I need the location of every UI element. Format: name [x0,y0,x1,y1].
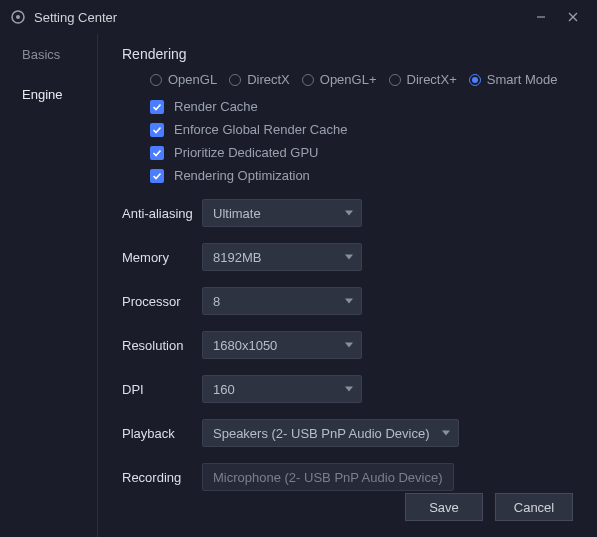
checkbox-rendering-opt[interactable] [150,169,164,183]
readonly-recording: Microphone (2- USB PnP Audio Device) [202,463,454,491]
renderer-radio-group: OpenGL DirectX OpenGL+ DirectX+ Smart Mo… [150,72,573,87]
select-playback[interactable]: Speakers (2- USB PnP Audio Device) [202,419,459,447]
radio-icon [150,74,162,86]
radio-icon [469,74,481,86]
checkbox-label: Render Cache [174,99,258,114]
save-button[interactable]: Save [405,493,483,521]
chevron-down-icon [345,343,353,348]
sidebar-item-engine[interactable]: Engine [0,74,97,114]
checkbox-label: Rendering Optimization [174,168,310,183]
chevron-down-icon [345,387,353,392]
radio-opengl[interactable]: OpenGL [150,72,217,87]
label-dpi: DPI [122,382,202,397]
select-dpi[interactable]: 160 [202,375,362,403]
select-value: 8 [213,294,220,309]
label-processor: Processor [122,294,202,309]
radio-directx[interactable]: DirectX [229,72,290,87]
radio-icon [302,74,314,86]
check-icon [152,102,162,112]
label-recording: Recording [122,470,202,485]
content-panel: Rendering OpenGL DirectX OpenGL+ DirectX… [98,34,597,537]
sidebar-item-basics[interactable]: Basics [0,34,97,74]
chevron-down-icon [345,255,353,260]
svg-point-1 [16,15,20,19]
close-button[interactable] [559,5,587,29]
radio-icon [389,74,401,86]
chevron-down-icon [345,299,353,304]
select-resolution[interactable]: 1680x1050 [202,331,362,359]
cancel-button[interactable]: Cancel [495,493,573,521]
window-title: Setting Center [34,10,117,25]
select-anti-aliasing[interactable]: Ultimate [202,199,362,227]
radio-label: OpenGL+ [320,72,377,87]
radio-label: DirectX+ [407,72,457,87]
select-processor[interactable]: 8 [202,287,362,315]
check-icon [152,171,162,181]
radio-icon [229,74,241,86]
select-value: Ultimate [213,206,261,221]
readonly-value: Microphone (2- USB PnP Audio Device) [213,470,443,485]
label-anti-aliasing: Anti-aliasing [122,206,202,221]
chevron-down-icon [442,431,450,436]
minimize-button[interactable] [527,5,555,29]
titlebar: Setting Center [0,0,597,34]
checkbox-render-cache[interactable] [150,100,164,114]
checkbox-prioritize-gpu[interactable] [150,146,164,160]
checkbox-label: Prioritize Dedicated GPU [174,145,319,160]
radio-label: OpenGL [168,72,217,87]
sidebar-item-label: Engine [22,87,62,102]
section-title: Rendering [122,46,573,62]
select-value: 8192MB [213,250,261,265]
radio-directx-plus[interactable]: DirectX+ [389,72,457,87]
checkbox-label: Enforce Global Render Cache [174,122,347,137]
radio-label: DirectX [247,72,290,87]
app-icon [10,9,26,25]
check-icon [152,125,162,135]
select-value: 1680x1050 [213,338,277,353]
footer-buttons: Save Cancel [405,493,573,521]
checkbox-enforce-global[interactable] [150,123,164,137]
label-memory: Memory [122,250,202,265]
radio-opengl-plus[interactable]: OpenGL+ [302,72,377,87]
select-value: 160 [213,382,235,397]
select-memory[interactable]: 8192MB [202,243,362,271]
select-value: Speakers (2- USB PnP Audio Device) [213,426,430,441]
label-resolution: Resolution [122,338,202,353]
radio-label: Smart Mode [487,72,558,87]
label-playback: Playback [122,426,202,441]
sidebar-item-label: Basics [22,47,60,62]
sidebar: Basics Engine [0,34,98,537]
chevron-down-icon [345,211,353,216]
radio-smart-mode[interactable]: Smart Mode [469,72,558,87]
check-icon [152,148,162,158]
